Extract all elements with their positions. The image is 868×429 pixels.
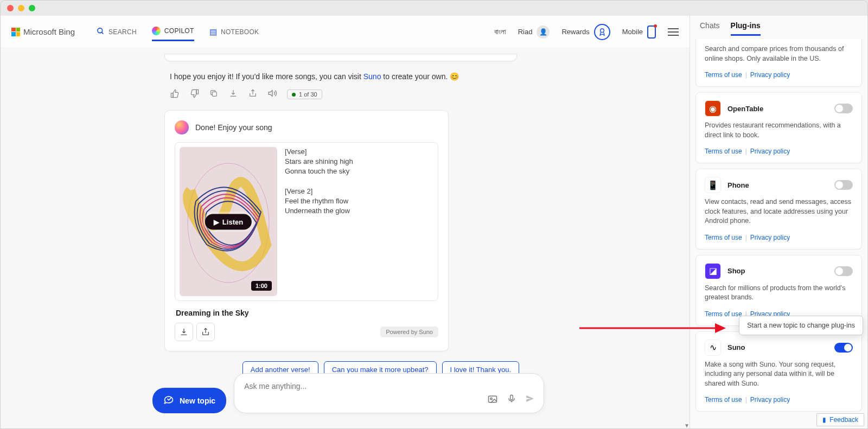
plugin-toggle[interactable] bbox=[834, 180, 853, 190]
window-title-bar bbox=[1, 1, 867, 16]
sidebar-tab-chats[interactable]: Chats bbox=[700, 21, 720, 36]
avatar-icon[interactable]: 👤 bbox=[537, 25, 550, 39]
new-topic-button[interactable]: New topic bbox=[152, 388, 226, 413]
assistant-message: I hope you enjoy it! If you'd like more … bbox=[170, 72, 668, 81]
plugin-tooltip: Start a new topic to change plug-ins bbox=[739, 316, 863, 335]
message-actions: 1 of 30 bbox=[170, 88, 668, 100]
language-selector[interactable]: বাংলা bbox=[494, 28, 506, 36]
plugin-icon: 📱 bbox=[705, 177, 721, 193]
card-header-text: Done! Enjoy your song bbox=[195, 123, 272, 132]
terms-link[interactable]: Terms of use bbox=[705, 310, 742, 318]
share-icon[interactable] bbox=[248, 89, 258, 100]
privacy-link[interactable]: Privacy policy bbox=[750, 234, 790, 241]
download-icon[interactable] bbox=[228, 89, 238, 100]
plugin-icon: ◉ bbox=[705, 100, 721, 117]
svg-rect-9 bbox=[510, 395, 513, 400]
thumbs-down-icon[interactable] bbox=[189, 89, 199, 100]
plugin-name: OpenTable bbox=[727, 105, 763, 113]
suno-icon bbox=[175, 120, 189, 135]
plugin-truncated: Search and compare prices from thousands… bbox=[695, 39, 862, 87]
plugin-desc: Make a song with Suno. Your song request… bbox=[705, 360, 853, 389]
plugin-desc: Search and compare prices from thousands… bbox=[705, 44, 853, 63]
plugins-list[interactable]: Search and compare prices from thousands… bbox=[690, 36, 867, 428]
download-song-button[interactable] bbox=[175, 323, 193, 341]
plugin-name: Suno bbox=[727, 343, 745, 351]
svg-rect-5 bbox=[212, 92, 216, 96]
song-duration: 1:00 bbox=[251, 281, 272, 291]
mobile-icon[interactable] bbox=[647, 25, 656, 39]
composer-row: New topic bbox=[152, 373, 668, 413]
composer[interactable] bbox=[234, 373, 544, 413]
song-title: Dreaming in the Sky bbox=[176, 309, 438, 317]
plugin-toggle[interactable] bbox=[834, 266, 853, 276]
song-card: Done! Enjoy your song bbox=[164, 110, 449, 351]
app-header: Microsoft Bing SEARCH COPILOT ▤ bbox=[1, 16, 690, 48]
read-aloud-icon[interactable] bbox=[267, 88, 277, 100]
plugin-opentable: ◉OpenTableProvides restaurant recommenda… bbox=[695, 92, 862, 163]
minimize-window-icon[interactable] bbox=[18, 5, 24, 11]
terms-link[interactable]: Terms of use bbox=[705, 71, 742, 79]
close-window-icon[interactable] bbox=[7, 5, 14, 11]
terms-link[interactable]: Terms of use bbox=[705, 396, 742, 404]
send-icon[interactable] bbox=[525, 394, 535, 407]
hamburger-menu-icon[interactable] bbox=[668, 28, 679, 36]
privacy-link[interactable]: Privacy policy bbox=[750, 148, 790, 155]
listen-button[interactable]: ▶ Listen bbox=[205, 214, 252, 229]
svg-point-8 bbox=[490, 398, 492, 400]
response-counter: 1 of 30 bbox=[287, 89, 322, 99]
microsoft-icon bbox=[11, 28, 20, 36]
plugin-icon: ◪ bbox=[705, 263, 721, 279]
rewards-label[interactable]: Rewards bbox=[561, 28, 589, 36]
plugin-icon: ∿ bbox=[705, 340, 721, 356]
song-cover[interactable]: ▶ Listen 1:00 bbox=[180, 147, 277, 296]
image-upload-icon[interactable] bbox=[487, 394, 498, 407]
thumbs-up-icon[interactable] bbox=[170, 89, 180, 100]
chat-area: I hope you enjoy it! If you'd like more … bbox=[1, 48, 690, 428]
svg-point-2 bbox=[600, 29, 604, 33]
suno-link[interactable]: Suno bbox=[363, 72, 381, 81]
terms-link[interactable]: Terms of use bbox=[705, 148, 742, 155]
rewards-icon[interactable] bbox=[594, 24, 610, 40]
privacy-link[interactable]: Privacy policy bbox=[750, 396, 790, 404]
plugin-desc: View contacts, read and send messages, a… bbox=[705, 197, 853, 226]
plugin-name: Shop bbox=[727, 267, 745, 275]
notification-dot-icon bbox=[654, 24, 657, 28]
plugin-desc: Search for millions of products from the… bbox=[705, 284, 853, 303]
plugin-shop: ◪ShopSearch for millions of products fro… bbox=[695, 255, 862, 326]
feedback-icon: ▮ bbox=[822, 416, 826, 424]
notebook-icon: ▤ bbox=[209, 27, 217, 37]
tab-notebook[interactable]: ▤ NOTEBOOK bbox=[209, 22, 259, 41]
copy-icon[interactable] bbox=[209, 89, 219, 100]
plugin-toggle[interactable] bbox=[834, 104, 853, 113]
microphone-icon[interactable] bbox=[507, 394, 516, 407]
svg-rect-3 bbox=[171, 93, 173, 97]
search-icon bbox=[97, 27, 105, 37]
sidebar: Chats Plug-ins Search and compare prices… bbox=[690, 16, 867, 428]
powered-by-label: Powered by Suno bbox=[380, 326, 438, 337]
tab-search[interactable]: SEARCH bbox=[97, 22, 137, 41]
play-icon: ▶ bbox=[214, 217, 219, 226]
privacy-link[interactable]: Privacy policy bbox=[750, 71, 790, 79]
plugin-toggle[interactable] bbox=[834, 343, 853, 353]
new-topic-icon bbox=[163, 394, 174, 407]
share-song-button[interactable] bbox=[196, 323, 215, 341]
chat-input[interactable] bbox=[244, 382, 534, 390]
svg-rect-4 bbox=[196, 89, 199, 94]
copilot-icon bbox=[152, 27, 161, 35]
terms-link[interactable]: Terms of use bbox=[705, 234, 742, 241]
logo-text: Microsoft Bing bbox=[23, 27, 75, 36]
plugin-name: Phone bbox=[727, 181, 749, 189]
feedback-button[interactable]: ▮ Feedback bbox=[816, 413, 864, 426]
plugin-desc: Provides restaurant recommendations, wit… bbox=[705, 121, 853, 140]
song-lyrics: [Verse] Stars are shining high Gonna tou… bbox=[285, 147, 353, 296]
svg-point-0 bbox=[98, 28, 103, 33]
previous-message-bottom bbox=[164, 54, 517, 61]
mobile-label[interactable]: Mobile bbox=[622, 28, 643, 36]
user-name[interactable]: Riad bbox=[518, 28, 533, 36]
maximize-window-icon[interactable] bbox=[29, 5, 35, 11]
svg-line-1 bbox=[101, 32, 103, 34]
sidebar-tab-plugins[interactable]: Plug-ins bbox=[731, 21, 761, 36]
bing-logo[interactable]: Microsoft Bing bbox=[11, 27, 75, 36]
plugin-suno: ∿SunoMake a song with Suno. Your song re… bbox=[695, 331, 862, 412]
tab-copilot[interactable]: COPILOT bbox=[152, 22, 194, 41]
